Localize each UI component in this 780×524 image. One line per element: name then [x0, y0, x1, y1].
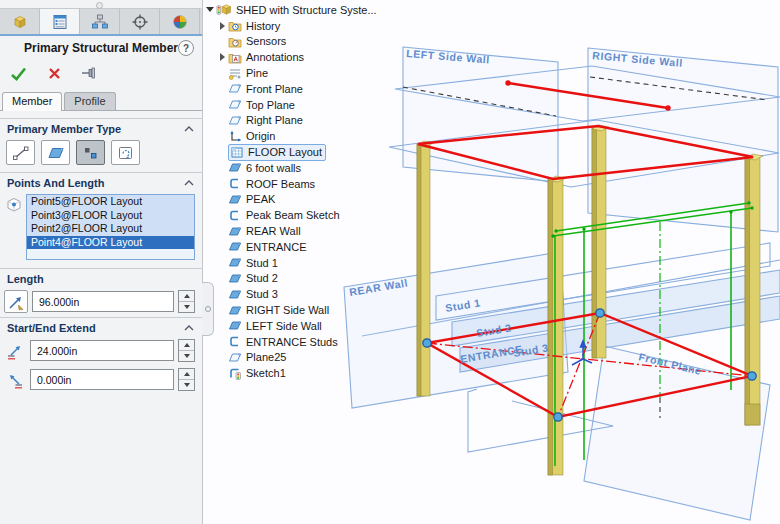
tree-item-roof-beams[interactable]: ROOF Beams — [204, 176, 364, 192]
tab-propertymanager[interactable] — [40, 8, 80, 34]
ok-button[interactable] — [8, 64, 28, 82]
tree-item-6-foot-walls[interactable]: 6 foot walls — [204, 160, 364, 176]
tree-item-pine[interactable]: Pine — [204, 65, 364, 81]
tree-item-label: Peak Beam Sketch — [246, 209, 340, 221]
profile-between-points-button[interactable] — [111, 140, 140, 165]
plane-icon — [228, 288, 242, 301]
tree-item-stud-2[interactable]: Stud 2 — [204, 271, 364, 287]
list-item[interactable]: Point5@FLOOR Layout — [27, 195, 194, 209]
tree-item-label: Plane25 — [246, 351, 286, 363]
panel-grip[interactable] — [0, 0, 202, 8]
tab-configurationmanager[interactable] — [80, 8, 120, 34]
spinner-up-icon[interactable] — [179, 291, 194, 302]
tab-featuremanager[interactable] — [0, 8, 40, 34]
tab-dimxpertmanager[interactable] — [120, 8, 160, 34]
spinner-down-icon[interactable] — [179, 302, 194, 312]
display-manager-icon — [170, 13, 190, 31]
plane-icon — [228, 304, 242, 317]
tree-item-entrance[interactable]: ENTRANCE — [204, 239, 364, 255]
tree-item-label: Sensors — [246, 35, 286, 47]
length-input[interactable]: 96.000in — [32, 291, 174, 312]
cancel-button[interactable] — [44, 64, 64, 82]
collapse-arrow-icon[interactable] — [204, 7, 216, 12]
property-manager-icon — [50, 13, 70, 31]
panel-splitter-handle[interactable] — [202, 282, 214, 336]
end-extend-spinner[interactable] — [178, 368, 195, 391]
section-label: Length — [7, 273, 44, 285]
reference-plane-member-button[interactable] — [41, 140, 70, 165]
collapse-chevron-icon[interactable] — [184, 180, 194, 186]
selected-tree-item[interactable]: FLOOR Layout — [228, 144, 326, 161]
tree-item-front-plane[interactable]: Front Plane — [204, 81, 364, 97]
length-arrow-icon — [6, 292, 26, 312]
tree-item-floor-layout[interactable]: FLOOR Layout — [204, 144, 364, 160]
section-primary-member-type[interactable]: Primary Member Type — [0, 119, 202, 138]
vertex-selection-icon — [5, 196, 23, 214]
tree-item-label: ENTRANCE — [246, 241, 307, 253]
tree-item-plane25[interactable]: Plane25 — [204, 350, 364, 366]
tree-item-top-plane[interactable]: Top Plane — [204, 97, 364, 113]
tree-item-label: ROOF Beams — [246, 178, 315, 190]
plane-icon — [228, 240, 242, 253]
start-extend-row: 24.000in — [0, 337, 202, 366]
tree-item-rear-wall[interactable]: REAR Wall — [204, 223, 364, 239]
length-spinner[interactable] — [178, 290, 195, 313]
points-listbox[interactable]: Point5@FLOOR Layout Point3@FLOOR Layout … — [26, 194, 195, 260]
expand-arrow-icon[interactable] — [216, 53, 228, 61]
length-input-row: 96.000in — [0, 288, 202, 317]
tree-item-sketch1[interactable]: Sketch1 — [204, 365, 364, 381]
list-item-selected[interactable]: Point4@FLOOR Layout — [27, 236, 194, 250]
list-item[interactable]: Point2@FLOOR Layout — [27, 222, 194, 236]
tree-root-shed[interactable]: SHED with Structure Syste... — [204, 2, 364, 18]
tree-item-right-plane[interactable]: Right Plane — [204, 113, 364, 129]
spinner-up-icon[interactable] — [179, 369, 194, 380]
spinner-down-icon[interactable] — [179, 351, 194, 361]
tree-item-history[interactable]: History — [204, 18, 364, 34]
tree-item-sensors[interactable]: Sensors — [204, 34, 364, 50]
list-item[interactable]: Point3@FLOOR Layout — [27, 209, 194, 223]
confirmation-bar — [0, 60, 202, 86]
spinner-up-icon[interactable] — [179, 340, 194, 351]
start-extend-input[interactable]: 24.000in — [30, 340, 174, 361]
tree-item-stud-1[interactable]: Stud 1 — [204, 255, 364, 271]
points-icon — [81, 144, 101, 162]
points-selection-row: Point5@FLOOR Layout Point3@FLOOR Layout … — [0, 192, 202, 268]
plane-icon — [228, 114, 242, 127]
tree-item-stud-3[interactable]: Stud 3 — [204, 286, 364, 302]
section-start-end-extend[interactable]: Start/End Extend — [0, 318, 202, 337]
spinner-down-icon[interactable] — [179, 380, 194, 390]
tree-item-entrance-studs[interactable]: ENTRANCE Studs — [204, 334, 364, 350]
tree-item-label: Right Plane — [246, 114, 303, 126]
section-label: Points And Length — [7, 177, 104, 189]
grip-handle-icon — [96, 2, 103, 9]
tab-member[interactable]: Member — [2, 92, 62, 111]
tree-item-origin[interactable]: Origin — [204, 128, 364, 144]
tree-item-peak-beam-sketch[interactable]: Peak Beam Sketch — [204, 207, 364, 223]
help-button[interactable]: ? — [178, 40, 194, 56]
plane-icon — [228, 225, 242, 238]
tab-profile[interactable]: Profile — [64, 92, 115, 110]
end-extend-input[interactable]: 0.000in — [30, 369, 174, 390]
help-glyph: ? — [183, 43, 189, 54]
length-direction-button[interactable] — [4, 290, 28, 313]
collapse-chevron-icon[interactable] — [184, 126, 194, 132]
tree-item-label: Stud 2 — [246, 272, 278, 284]
plane-icon — [228, 272, 242, 285]
plane-icon — [228, 98, 242, 111]
tree-item-right-side-wall[interactable]: RIGHT Side Wall — [204, 302, 364, 318]
expand-arrow-icon[interactable] — [216, 22, 228, 30]
tree-item-annotations[interactable]: Annotations — [204, 49, 364, 65]
tree-item-peak[interactable]: PEAK — [204, 192, 364, 208]
ok-check-icon — [10, 66, 27, 81]
pin-button[interactable] — [80, 64, 100, 82]
path-segment-member-button[interactable] — [6, 140, 35, 165]
point-length-member-button[interactable] — [76, 140, 105, 165]
section-points-and-length[interactable]: Points And Length — [0, 173, 202, 192]
tab-displaymanager[interactable] — [160, 8, 200, 34]
collapse-chevron-icon[interactable] — [184, 325, 194, 331]
start-extend-spinner[interactable] — [178, 339, 195, 362]
tree-item-left-side-wall[interactable]: LEFT Side Wall — [204, 318, 364, 334]
plane-icon — [228, 82, 242, 95]
feature-tree: SHED with Structure Syste... History Sen… — [204, 2, 364, 381]
material-icon — [228, 67, 242, 80]
